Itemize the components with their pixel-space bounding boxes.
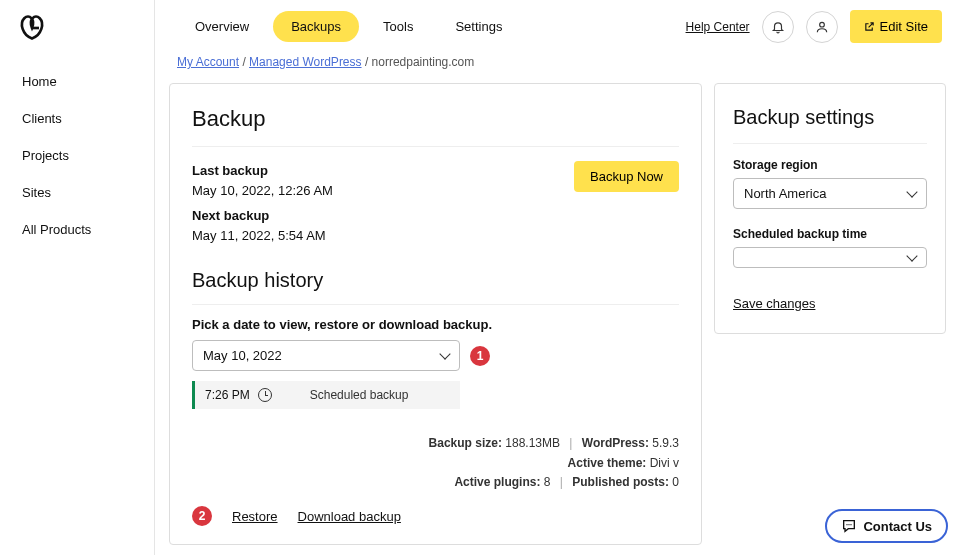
active-theme-value: Divi v [650, 456, 679, 470]
chevron-down-icon [906, 250, 917, 261]
backup-now-button[interactable]: Backup Now [574, 161, 679, 192]
storage-region-value: North America [744, 186, 826, 201]
storage-region-select[interactable]: North America [733, 178, 927, 209]
backup-history-title: Backup history [192, 269, 679, 305]
help-center-link[interactable]: Help Center [686, 20, 750, 34]
published-posts-label: Published posts: [572, 475, 669, 489]
backup-settings-card: Backup settings Storage region North Ame… [714, 83, 946, 334]
svg-point-3 [851, 524, 852, 525]
breadcrumb-sep: / [365, 55, 372, 69]
breadcrumb: My Account / Managed WordPress / norredp… [155, 49, 960, 83]
active-plugins-label: Active plugins: [454, 475, 540, 489]
active-theme-label: Active theme: [568, 456, 647, 470]
sidebar-item-all-products[interactable]: All Products [0, 211, 154, 248]
sidebar-item-clients[interactable]: Clients [0, 100, 154, 137]
next-backup-value: May 11, 2022, 5:54 AM [192, 226, 333, 246]
download-backup-link[interactable]: Download backup [298, 509, 401, 524]
wordpress-label: WordPress: [582, 436, 649, 450]
svg-point-0 [819, 22, 824, 27]
chat-icon [841, 518, 857, 534]
clock-icon [258, 388, 272, 402]
sidebar: Home Clients Projects Sites All Products [0, 0, 155, 555]
last-backup-label: Last backup [192, 163, 268, 178]
annotation-badge-1: 1 [470, 346, 490, 366]
date-select-value: May 10, 2022 [203, 348, 282, 363]
backup-title: Backup [192, 106, 679, 147]
backup-entry-row[interactable]: 7:26 PM Scheduled backup [192, 381, 460, 409]
storage-region-label: Storage region [733, 158, 927, 172]
tab-backups[interactable]: Backups [273, 11, 359, 42]
backup-entry-type: Scheduled backup [310, 388, 409, 402]
logo[interactable] [0, 0, 154, 63]
account-button[interactable] [806, 11, 838, 43]
sidebar-item-home[interactable]: Home [0, 63, 154, 100]
contact-us-button[interactable]: Contact Us [825, 509, 948, 543]
bell-icon [771, 20, 785, 34]
pick-date-label: Pick a date to view, restore or download… [192, 317, 679, 332]
chevron-down-icon [439, 348, 450, 359]
backup-size-label: Backup size: [429, 436, 502, 450]
annotation-badge-2: 2 [192, 506, 212, 526]
svg-point-2 [849, 524, 850, 525]
active-plugins-value: 8 [544, 475, 551, 489]
edit-site-label: Edit Site [880, 19, 928, 34]
sidebar-item-projects[interactable]: Projects [0, 137, 154, 174]
contact-us-label: Contact Us [863, 519, 932, 534]
sidebar-nav: Home Clients Projects Sites All Products [0, 63, 154, 248]
chevron-down-icon [906, 186, 917, 197]
scheduled-backup-time-label: Scheduled backup time [733, 227, 927, 241]
backup-card: Backup Last backup May 10, 2022, 12:26 A… [169, 83, 702, 545]
tabs: Overview Backups Tools Settings [177, 11, 520, 42]
tab-settings[interactable]: Settings [437, 11, 520, 42]
notifications-button[interactable] [762, 11, 794, 43]
last-backup-value: May 10, 2022, 12:26 AM [192, 181, 333, 201]
topbar: Overview Backups Tools Settings Help Cen… [155, 0, 960, 49]
backup-size-value: 188.13MB [505, 436, 560, 450]
sidebar-item-sites[interactable]: Sites [0, 174, 154, 211]
published-posts-value: 0 [672, 475, 679, 489]
svg-point-1 [847, 524, 848, 525]
user-icon [815, 20, 829, 34]
breadcrumb-managed-wordpress[interactable]: Managed WordPress [249, 55, 362, 69]
breadcrumb-current: norredpainting.com [372, 55, 475, 69]
scheduled-backup-time-select[interactable] [733, 247, 927, 268]
tab-tools[interactable]: Tools [365, 11, 431, 42]
backup-entry-time: 7:26 PM [205, 388, 250, 402]
backup-status: Last backup May 10, 2022, 12:26 AM Next … [192, 161, 333, 245]
next-backup-label: Next backup [192, 208, 269, 223]
breadcrumb-my-account[interactable]: My Account [177, 55, 239, 69]
backup-meta: Backup size: 188.13MB | WordPress: 5.9.3… [192, 434, 679, 492]
save-changes-link[interactable]: Save changes [733, 296, 815, 311]
backup-settings-title: Backup settings [733, 106, 927, 144]
tab-overview[interactable]: Overview [177, 11, 267, 42]
external-link-icon [864, 21, 875, 32]
wordpress-value: 5.9.3 [652, 436, 679, 450]
restore-link[interactable]: Restore [232, 509, 278, 524]
main: Overview Backups Tools Settings Help Cen… [155, 0, 960, 555]
godaddy-logo-icon [18, 14, 46, 42]
date-select[interactable]: May 10, 2022 [192, 340, 460, 371]
edit-site-button[interactable]: Edit Site [850, 10, 942, 43]
